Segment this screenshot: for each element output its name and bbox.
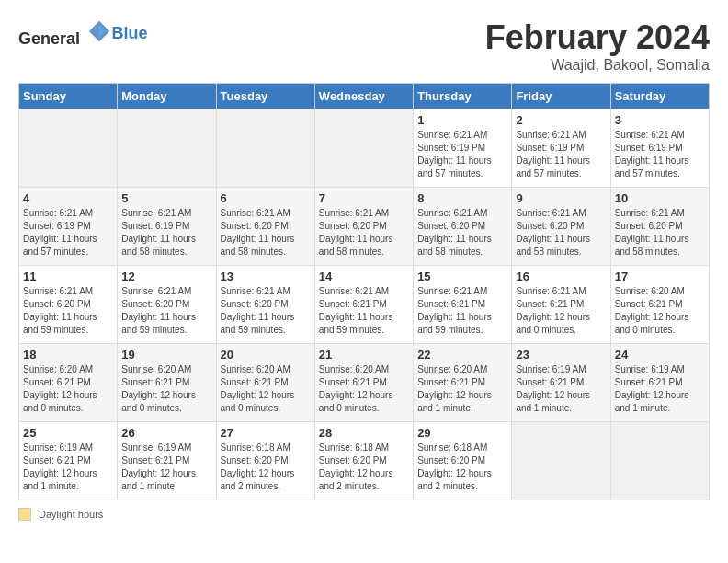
day-detail: Sunrise: 6:21 AM Sunset: 6:20 PM Dayligh… — [221, 285, 311, 337]
day-number: 15 — [417, 270, 507, 283]
day-number: 7 — [319, 191, 409, 205]
day-number: 13 — [221, 270, 311, 283]
day-number: 3 — [615, 113, 705, 127]
day-number: 6 — [221, 191, 311, 205]
title-block: February 2024 Waajid, Bakool, Somalia — [485, 18, 710, 74]
day-number: 17 — [615, 270, 705, 283]
day-number: 8 — [417, 191, 507, 205]
day-cell: 18Sunrise: 6:20 AM Sunset: 6:21 PM Dayli… — [19, 344, 118, 422]
day-cell — [19, 109, 118, 188]
day-cell: 11Sunrise: 6:21 AM Sunset: 6:20 PM Dayli… — [19, 266, 118, 344]
day-number: 25 — [23, 426, 113, 440]
day-detail: Sunrise: 6:21 AM Sunset: 6:20 PM Dayligh… — [516, 207, 606, 259]
logo-icon — [86, 18, 112, 44]
day-number: 11 — [23, 270, 113, 283]
day-number: 10 — [615, 191, 705, 205]
day-detail: Sunrise: 6:19 AM Sunset: 6:21 PM Dayligh… — [121, 442, 211, 493]
day-cell: 15Sunrise: 6:21 AM Sunset: 6:21 PM Dayli… — [414, 266, 512, 344]
day-detail: Sunrise: 6:20 AM Sunset: 6:21 PM Dayligh… — [319, 363, 409, 415]
day-cell: 19Sunrise: 6:20 AM Sunset: 6:21 PM Dayli… — [118, 344, 216, 422]
day-cell: 1Sunrise: 6:21 AM Sunset: 6:19 PM Daylig… — [414, 109, 512, 188]
day-cell: 27Sunrise: 6:18 AM Sunset: 6:20 PM Dayli… — [216, 422, 314, 500]
day-number: 14 — [319, 270, 409, 283]
week-row-5: 25Sunrise: 6:19 AM Sunset: 6:21 PM Dayli… — [19, 422, 710, 500]
calendar-footer: Daylight hours — [18, 508, 710, 521]
col-header-thursday: Thursday — [414, 84, 512, 109]
day-cell: 25Sunrise: 6:19 AM Sunset: 6:21 PM Dayli… — [19, 422, 118, 500]
day-detail: Sunrise: 6:18 AM Sunset: 6:20 PM Dayligh… — [319, 442, 409, 493]
day-cell: 24Sunrise: 6:19 AM Sunset: 6:21 PM Dayli… — [610, 344, 709, 422]
day-number: 27 — [221, 426, 311, 440]
day-detail: Sunrise: 6:21 AM Sunset: 6:20 PM Dayligh… — [319, 207, 409, 259]
day-detail: Sunrise: 6:19 AM Sunset: 6:21 PM Dayligh… — [516, 363, 606, 415]
day-detail: Sunrise: 6:21 AM Sunset: 6:19 PM Dayligh… — [615, 129, 705, 180]
day-detail: Sunrise: 6:21 AM Sunset: 6:20 PM Dayligh… — [615, 207, 705, 259]
calendar-body: 1Sunrise: 6:21 AM Sunset: 6:19 PM Daylig… — [19, 109, 710, 500]
logo-blue: Blue — [112, 24, 148, 43]
day-cell: 22Sunrise: 6:20 AM Sunset: 6:21 PM Dayli… — [414, 344, 512, 422]
day-number: 28 — [319, 426, 409, 440]
day-detail: Sunrise: 6:20 AM Sunset: 6:21 PM Dayligh… — [121, 363, 211, 415]
logo-general: General — [18, 29, 80, 48]
day-cell: 4Sunrise: 6:21 AM Sunset: 6:19 PM Daylig… — [19, 188, 118, 266]
day-detail: Sunrise: 6:21 AM Sunset: 6:21 PM Dayligh… — [417, 285, 507, 337]
calendar-table: SundayMondayTuesdayWednesdayThursdayFrid… — [18, 83, 710, 500]
day-cell — [216, 109, 314, 188]
day-detail: Sunrise: 6:19 AM Sunset: 6:21 PM Dayligh… — [615, 363, 705, 415]
day-cell: 10Sunrise: 6:21 AM Sunset: 6:20 PM Dayli… — [610, 188, 709, 266]
day-cell: 29Sunrise: 6:18 AM Sunset: 6:20 PM Dayli… — [414, 422, 512, 500]
day-detail: Sunrise: 6:21 AM Sunset: 6:19 PM Dayligh… — [417, 129, 507, 180]
day-cell — [118, 109, 216, 188]
logo: General Blue — [18, 18, 148, 49]
day-detail: Sunrise: 6:21 AM Sunset: 6:19 PM Dayligh… — [121, 207, 211, 259]
day-detail: Sunrise: 6:21 AM Sunset: 6:20 PM Dayligh… — [417, 207, 507, 259]
day-number: 18 — [23, 348, 113, 362]
day-cell: 9Sunrise: 6:21 AM Sunset: 6:20 PM Daylig… — [512, 188, 610, 266]
day-cell: 2Sunrise: 6:21 AM Sunset: 6:19 PM Daylig… — [512, 109, 610, 188]
day-cell — [314, 109, 413, 188]
day-number: 16 — [516, 270, 606, 283]
day-number: 21 — [319, 348, 409, 362]
week-row-3: 11Sunrise: 6:21 AM Sunset: 6:20 PM Dayli… — [19, 266, 710, 344]
day-cell: 8Sunrise: 6:21 AM Sunset: 6:20 PM Daylig… — [414, 188, 512, 266]
daylight-icon — [18, 508, 31, 521]
day-number: 29 — [417, 426, 507, 440]
day-cell: 3Sunrise: 6:21 AM Sunset: 6:19 PM Daylig… — [610, 109, 709, 188]
col-header-saturday: Saturday — [610, 84, 709, 109]
day-cell: 26Sunrise: 6:19 AM Sunset: 6:21 PM Dayli… — [118, 422, 216, 500]
day-cell: 21Sunrise: 6:20 AM Sunset: 6:21 PM Dayli… — [314, 344, 413, 422]
day-cell: 6Sunrise: 6:21 AM Sunset: 6:20 PM Daylig… — [216, 188, 314, 266]
day-number: 5 — [121, 191, 211, 205]
day-detail: Sunrise: 6:21 AM Sunset: 6:20 PM Dayligh… — [221, 207, 311, 259]
day-number: 20 — [221, 348, 311, 362]
col-header-wednesday: Wednesday — [314, 84, 413, 109]
day-detail: Sunrise: 6:21 AM Sunset: 6:20 PM Dayligh… — [23, 285, 113, 337]
day-cell: 23Sunrise: 6:19 AM Sunset: 6:21 PM Dayli… — [512, 344, 610, 422]
day-cell: 5Sunrise: 6:21 AM Sunset: 6:19 PM Daylig… — [118, 188, 216, 266]
day-cell: 16Sunrise: 6:21 AM Sunset: 6:21 PM Dayli… — [512, 266, 610, 344]
col-header-tuesday: Tuesday — [216, 84, 314, 109]
day-detail: Sunrise: 6:20 AM Sunset: 6:21 PM Dayligh… — [615, 285, 705, 337]
day-number: 22 — [417, 348, 507, 362]
col-header-monday: Monday — [118, 84, 216, 109]
calendar-header-row: SundayMondayTuesdayWednesdayThursdayFrid… — [19, 84, 710, 109]
daylight-label: Daylight hours — [39, 509, 103, 520]
day-detail: Sunrise: 6:21 AM Sunset: 6:21 PM Dayligh… — [319, 285, 409, 337]
day-cell — [512, 422, 610, 500]
day-detail: Sunrise: 6:20 AM Sunset: 6:21 PM Dayligh… — [23, 363, 113, 415]
day-number: 1 — [417, 113, 507, 127]
day-number: 2 — [516, 113, 606, 127]
day-detail: Sunrise: 6:18 AM Sunset: 6:20 PM Dayligh… — [417, 442, 507, 493]
day-detail: Sunrise: 6:19 AM Sunset: 6:21 PM Dayligh… — [23, 442, 113, 493]
col-header-friday: Friday — [512, 84, 610, 109]
day-number: 4 — [23, 191, 113, 205]
week-row-4: 18Sunrise: 6:20 AM Sunset: 6:21 PM Dayli… — [19, 344, 710, 422]
day-cell: 28Sunrise: 6:18 AM Sunset: 6:20 PM Dayli… — [314, 422, 413, 500]
day-detail: Sunrise: 6:18 AM Sunset: 6:20 PM Dayligh… — [221, 442, 311, 493]
subtitle: Waajid, Bakool, Somalia — [485, 57, 710, 74]
day-detail: Sunrise: 6:20 AM Sunset: 6:21 PM Dayligh… — [417, 363, 507, 415]
day-cell: 14Sunrise: 6:21 AM Sunset: 6:21 PM Dayli… — [314, 266, 413, 344]
day-detail: Sunrise: 6:21 AM Sunset: 6:20 PM Dayligh… — [121, 285, 211, 337]
day-cell: 13Sunrise: 6:21 AM Sunset: 6:20 PM Dayli… — [216, 266, 314, 344]
week-row-1: 1Sunrise: 6:21 AM Sunset: 6:19 PM Daylig… — [19, 109, 710, 188]
